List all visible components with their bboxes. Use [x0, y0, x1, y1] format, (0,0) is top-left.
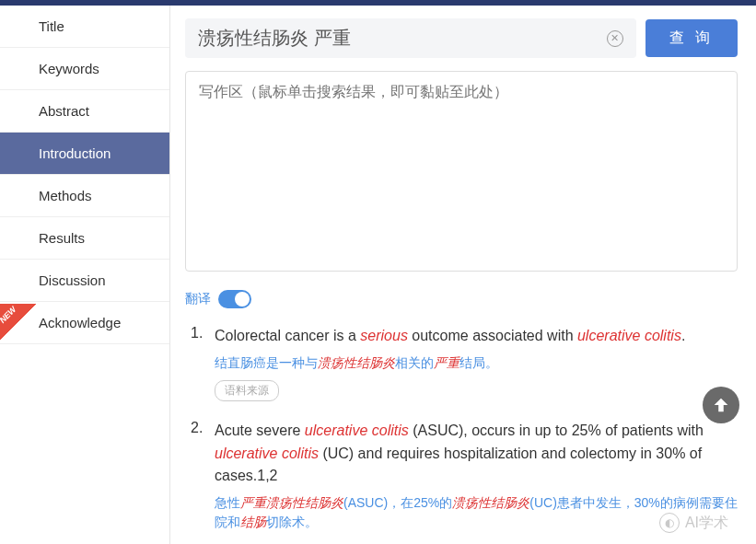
search-input[interactable] [198, 28, 607, 49]
result-english: Acute severe ulcerative colitis (ASUC), … [215, 420, 738, 488]
result-item[interactable]: 1.Colorectal cancer is a serious outcome… [185, 325, 738, 401]
sidebar-item-discussion[interactable]: Discussion [0, 260, 169, 302]
translate-label: 翻译 [185, 291, 211, 307]
watermark: ◐ AI学术 [659, 513, 728, 533]
clear-icon[interactable]: ✕ [607, 30, 623, 47]
sidebar-item-keywords[interactable]: Keywords [0, 48, 169, 90]
writing-area[interactable] [185, 71, 738, 272]
scroll-top-button[interactable] [703, 387, 739, 423]
watermark-text: AI学术 [685, 514, 728, 533]
result-number: 2. [191, 420, 205, 532]
sidebar-item-abstract[interactable]: Abstract [0, 90, 169, 133]
result-number: 1. [191, 325, 205, 401]
result-english: Colorectal cancer is a serious outcome a… [215, 325, 738, 348]
result-chinese: 结直肠癌是一种与溃疡性结肠炎相关的严重结局。 [215, 353, 738, 373]
sidebar-item-introduction[interactable]: Introduction [0, 133, 169, 175]
sidebar-item-methods[interactable]: Methods [0, 175, 169, 217]
translate-toggle[interactable] [218, 290, 251, 308]
main-content: ✕ 查 询 翻译 1.Colorectal cancer is a seriou… [170, 6, 756, 544]
wechat-icon: ◐ [659, 513, 680, 533]
source-button[interactable]: 语料来源 [215, 380, 279, 401]
sidebar-item-results[interactable]: Results [0, 217, 169, 260]
sidebar-item-title[interactable]: Title [0, 6, 169, 48]
sidebar: TitleKeywordsAbstractIntroductionMethods… [0, 6, 170, 544]
query-button[interactable]: 查 询 [646, 19, 738, 57]
new-badge: NEW [0, 304, 37, 341]
result-item[interactable]: 2.Acute severe ulcerative colitis (ASUC)… [185, 420, 738, 532]
search-box: ✕ [185, 18, 636, 58]
